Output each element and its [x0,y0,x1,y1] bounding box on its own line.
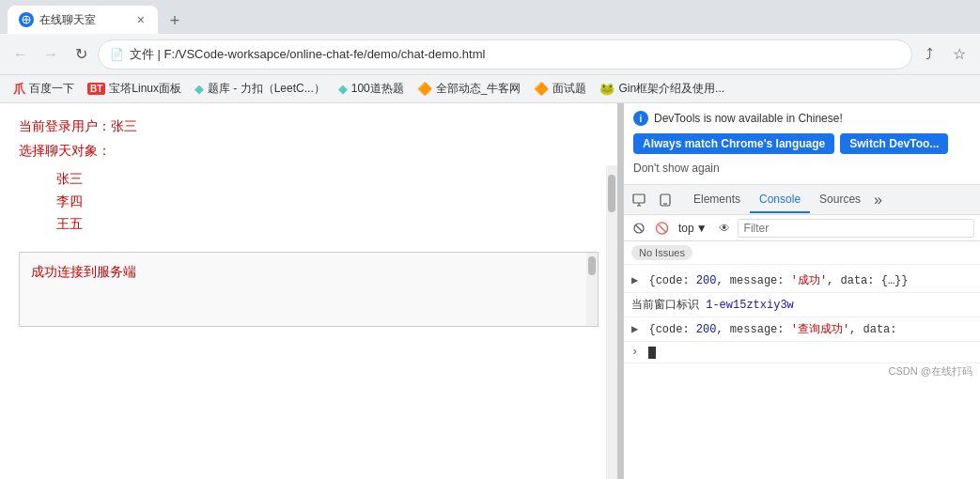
no-issues-bar: No Issues [624,241,980,265]
scroll-thumb[interactable] [608,175,615,212]
bookmark-gin-label: Gin框架介绍及使用... [618,81,724,97]
chat-content: 成功连接到服务端 [31,264,586,281]
console-entry-1-text: {code: 200, message: '成功', data: {…}} [648,274,908,287]
bookmark-interview[interactable]: 🔶 面试题 [528,79,592,99]
share-button[interactable]: ⤴ [916,41,942,68]
tab-title: 在线聊天室 [39,12,130,28]
select-chat-label: 选择聊天对象： [19,143,599,160]
chat-box: 成功连接到服务端 [19,252,599,327]
hot100-icon: ◆ [338,82,348,96]
notification-text: DevTools is now available in Chinese! [654,112,843,125]
bookmark-baidu-label: 百度一下 [29,81,74,97]
bookmark-gin[interactable]: 🐸 Gin框架介绍及使用... [594,79,730,99]
tab-favicon [19,12,34,27]
svg-line-7 [636,225,642,231]
console-filter-input[interactable] [738,219,974,238]
current-user-text: 当前登录用户：张三 [19,118,599,135]
bookmark-interview-label: 面试题 [552,81,586,97]
always-match-button[interactable]: Always match Chrome's language [633,133,834,154]
chat-scroll-thumb[interactable] [588,256,596,275]
url-bar[interactable]: 📄 文件 | F:/VSCode-worksapce/online-chat-f… [98,39,912,70]
window-id-value: 1-ew15ztxiy3w [706,299,794,312]
interview-icon: 🔶 [534,82,549,96]
tab-bar: 在线聊天室 × + [0,0,980,34]
devtools-panel: i DevTools is now available in Chinese! … [623,103,980,479]
console-output: ▶ {code: 200, message: '成功', data: {…}} … [624,265,980,479]
user-list-item[interactable]: 张三 [56,171,599,188]
bookmark-dynamic[interactable]: 🔶 全部动态_牛客网 [412,79,527,99]
address-bar: ← → ↻ 📄 文件 | F:/VSCode-worksapce/online-… [0,34,980,75]
new-tab-button[interactable]: + [162,8,188,34]
dont-show-again-link[interactable]: Don't show again [633,160,971,177]
top-label: top [678,222,694,235]
reload-button[interactable]: ↻ [68,41,94,68]
console-entry-3-text: {code: 200, message: '查询成功', data: [648,323,896,336]
console-entry-3: ▶ {code: 200, message: '查询成功', data: [624,317,980,342]
devtools-notification: i DevTools is now available in Chinese! … [624,103,980,185]
tab-sources[interactable]: Sources [810,187,870,213]
notification-buttons: Always match Chrome's language Switch De… [633,133,971,154]
forward-button[interactable]: → [38,41,64,68]
csdn-watermark: CSDN @在线打码 [889,364,972,379]
console-entry-2: 当前窗口标识 1-ew15ztxiy3w [624,293,980,317]
console-toolbar: 🚫 top ▼ 👁 [624,215,980,241]
webpage-panel: 当前登录用户：张三 选择聊天对象： 张三 李四 王五 成功连接到服务端 [0,103,617,479]
browser-window: 在线聊天室 × + ← → ↻ 📄 文件 | F:/VSCode-worksap… [0,0,980,479]
file-icon: 📄 [110,48,124,61]
main-area: 当前登录用户：张三 选择聊天对象： 张三 李四 王五 成功连接到服务端 [0,103,980,479]
svg-rect-3 [633,194,645,203]
user-list: 张三 李四 王五 [19,171,599,233]
page-scrollbar[interactable] [606,165,617,479]
info-icon: i [633,111,648,126]
tab-elements[interactable]: Elements [684,187,750,213]
user-list-item[interactable]: 李四 [56,193,599,210]
console-prompt-line[interactable]: › [624,342,980,363]
tab-close-button[interactable]: × [135,12,147,27]
devtools-more-tabs[interactable]: » [870,192,886,209]
user-list-item[interactable]: 王五 [56,216,599,233]
bookmark-bt[interactable]: BT 宝塔Linux面板 [82,79,187,99]
no-issues-badge: No Issues [631,245,692,260]
chevron-down-icon: ▼ [696,222,708,235]
leetcode-icon: ◆ [194,82,204,96]
browser-tab[interactable]: 在线聊天室 × [8,6,158,34]
dynamic-icon: 🔶 [417,82,432,96]
bookmark-leetcode[interactable]: ◆ 题库 - 力扣（LeetC...） [189,79,331,99]
devtools-tab-bar: Elements Console Sources » [624,185,980,215]
back-button[interactable]: ← [8,41,34,68]
bookmark-bt-label: 宝塔Linux面板 [109,81,181,97]
url-text: 文件 | F:/VSCode-worksapce/online-chat-fe/… [130,46,485,63]
devtools-inspect-button[interactable] [628,189,650,211]
chat-scrollbar[interactable] [586,253,598,326]
bookmark-baidu[interactable]: 爪 百度一下 [8,79,80,100]
console-eye-button[interactable]: 👁 [715,219,734,238]
expand-icon[interactable]: ▶ [631,274,638,287]
bookmark-hot100[interactable]: ◆ 100道热题 [333,79,410,99]
context-selector[interactable]: top ▼ [675,220,711,237]
devtools-device-button[interactable] [654,189,677,211]
devtools-tab-icons [628,189,677,211]
tab-console[interactable]: Console [750,187,810,213]
bookmark-leetcode-label: 题库 - 力扣（LeetC...） [208,81,325,97]
bookmark-button[interactable]: ☆ [946,41,972,68]
expand-icon-2[interactable]: ▶ [631,323,638,336]
console-filter-button[interactable]: 🚫 [652,219,671,238]
bookmark-bar: 爪 百度一下 BT 宝塔Linux面板 ◆ 题库 - 力扣（LeetC...） … [0,75,980,103]
prompt-icon: › [631,346,638,359]
bookmark-dynamic-label: 全部动态_牛客网 [436,81,521,97]
bt-icon: BT [87,83,105,95]
gin-icon: 🐸 [599,82,614,96]
action-buttons: ⤴ ☆ [916,41,972,68]
switch-devtools-button[interactable]: Switch DevToo... [840,133,948,154]
notification-message-row: i DevTools is now available in Chinese! [633,111,971,126]
console-clear-button[interactable] [630,219,648,238]
baidu-icon: 爪 [13,81,25,98]
bookmark-hot100-label: 100道热题 [351,81,404,97]
watermark-container: CSDN @在线打码 [624,363,980,382]
console-entry-1: ▶ {code: 200, message: '成功', data: {…}} [624,269,980,293]
window-id-label: 当前窗口标识 [631,299,706,312]
console-cursor [648,347,656,359]
